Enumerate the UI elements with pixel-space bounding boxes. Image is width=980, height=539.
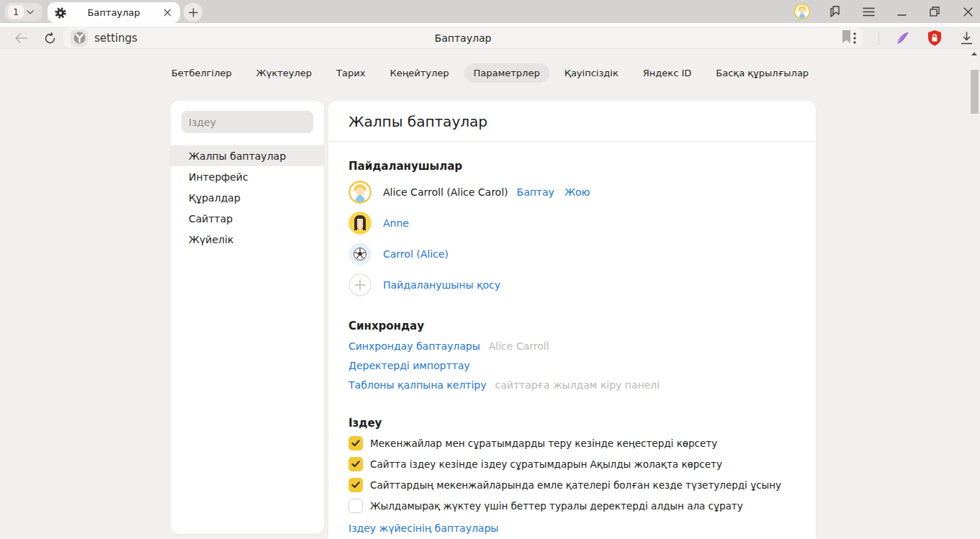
checkbox-label: Сайттардың мекенжайларында емле қателері… (370, 479, 781, 491)
content-header: Жалпы баптаулар (328, 101, 816, 142)
checkbox-label: Мекенжайлар мен сұратымдарды теру кезінд… (370, 438, 717, 449)
tab-count-badge: 1 (8, 5, 24, 19)
sync-settings-link[interactable]: Синхрондау баптаулары (349, 340, 480, 352)
nav-tab-extensions[interactable]: Кеңейтулер (380, 63, 458, 83)
page-title-centered: Баптаулар (63, 32, 863, 44)
downloads-icon[interactable] (958, 30, 974, 46)
import-data-link[interactable]: Деректерді импорттау (349, 360, 470, 371)
checkbox-row-site-search: Сайтта іздеу кезінде іздеу сұратымдарын … (349, 457, 796, 471)
chevron-down-icon (27, 10, 34, 14)
search-engine-settings-link[interactable]: Іздеу жүйесінің баптаулары (349, 522, 498, 534)
page-title: Жалпы баптаулар (349, 113, 796, 130)
user-name: Alice Carroll (Alice Carol) (383, 186, 508, 198)
add-user-plus-icon[interactable] (349, 273, 372, 296)
user-avatar-girl[interactable] (349, 181, 372, 204)
search-section-title: Іздеу (349, 417, 796, 430)
scroll-up-arrow[interactable] (970, 47, 979, 56)
collections-icon[interactable] (827, 4, 843, 19)
add-user-row[interactable]: Пайдаланушыны қосу (349, 273, 796, 296)
nav-tab-other-devices[interactable]: Басқа құрылғылар (706, 63, 818, 83)
sync-account-note: Alice Carroll (489, 340, 549, 352)
tab-close-icon[interactable] (161, 7, 173, 19)
scrollbar-thumb[interactable] (971, 70, 979, 114)
sidebar-item-sites[interactable]: Сайттар (171, 208, 324, 229)
user-row-anne: Anne (349, 212, 796, 235)
user-avatar-soccer-ball[interactable] (349, 243, 372, 266)
user-row-alice: Alice Carroll (Alice Carol) Баптау Жою (349, 181, 796, 204)
tab-group-button[interactable]: 1 (5, 3, 42, 21)
settings-nav: Бетбелгілер Жүктеулер Тарих Кеңейтулер П… (0, 63, 980, 83)
sync-settings-row: Синхрондау баптаулары Alice Carroll (349, 340, 796, 352)
restore-tableau-link[interactable]: Таблоны қалпына келтіру (349, 379, 487, 391)
restore-tableau-row: Таблоны қалпына келтіру сайттарға жылдам… (349, 379, 796, 391)
more-options-icon[interactable] (847, 30, 863, 46)
user-configure-link[interactable]: Баптау (517, 186, 554, 198)
user-row-carrol: Carrol (Alice) (349, 243, 796, 266)
tab-title: Баптаулар (66, 7, 161, 18)
protect-shield-icon[interactable] (927, 30, 943, 46)
settings-content: Жалпы баптаулар Пайдаланушылар Alice Car… (328, 101, 816, 539)
menu-icon[interactable] (860, 4, 876, 19)
sidebar-item-tools[interactable]: Құралдар (171, 187, 324, 208)
checkbox-label: Жылдамырақ жүктеу үшін беттер туралы дер… (370, 500, 743, 512)
gear-icon (55, 7, 66, 19)
nav-tab-bookmarks[interactable]: Бетбелгілер (162, 63, 241, 83)
browser-tab-settings[interactable]: Баптаулар (48, 2, 180, 23)
highlighter-extension-icon[interactable] (895, 30, 911, 46)
sync-section-title: Синхрондау (349, 320, 796, 332)
user-avatar-woman[interactable] (349, 212, 372, 235)
sidebar-item-system[interactable]: Жүйелік (171, 229, 324, 250)
back-button[interactable] (12, 29, 30, 47)
user-name-link[interactable]: Carrol (Alice) (383, 248, 449, 260)
url-bar[interactable]: settings Баптаулар (63, 27, 863, 48)
checkbox-row-prefetch: Жылдамырақ жүктеу үшін беттер туралы дер… (349, 499, 796, 513)
users-section-title: Пайдаланушылар (349, 160, 796, 173)
new-tab-button[interactable] (184, 3, 202, 22)
import-data-row: Деректерді импорттау (349, 360, 796, 371)
nav-tab-yandex-id[interactable]: Яндекс ID (634, 63, 701, 83)
checkbox-checked-icon[interactable] (349, 436, 363, 450)
restore-button[interactable] (927, 4, 943, 19)
tableau-note: сайттарға жылдам кіру панелі (495, 379, 660, 391)
tab-strip: 1 Баптаулар (0, 0, 980, 23)
minimize-button[interactable] (894, 4, 909, 19)
search-input[interactable] (181, 111, 313, 133)
site-badge[interactable] (71, 30, 88, 47)
nav-tab-downloads[interactable]: Жүктеулер (247, 63, 321, 83)
toolbar-divider (878, 32, 879, 45)
sidebar-item-general[interactable]: Жалпы баптаулар (171, 145, 324, 166)
nav-tab-history[interactable]: Тарих (327, 63, 374, 83)
url-text: settings (94, 32, 138, 45)
checkbox-row-spelling: Сайттардың мекенжайларында емле қателері… (349, 478, 796, 492)
sidebar-item-interface[interactable]: Интерфейс (171, 166, 324, 187)
checkbox-checked-icon[interactable] (349, 478, 363, 492)
nav-tab-security[interactable]: Қауіпсіздік (555, 63, 628, 83)
checkbox-unchecked-icon[interactable] (349, 499, 363, 513)
settings-sidebar: Жалпы баптаулар Интерфейс Құралдар Сайтт… (171, 101, 324, 534)
user-name-link[interactable]: Anne (383, 217, 409, 229)
checkbox-row-suggestions: Мекенжайлар мен сұратымдарды теру кезінд… (349, 436, 796, 450)
nav-tab-settings[interactable]: Параметрлер (464, 63, 549, 83)
add-user-label[interactable]: Пайдаланушыны қосу (383, 279, 500, 291)
close-window-button[interactable] (960, 4, 976, 19)
yandex-browser-icon (73, 32, 86, 44)
reload-button[interactable] (40, 29, 59, 47)
user-delete-link[interactable]: Жою (565, 186, 590, 198)
address-bar: settings Баптаулар (0, 27, 980, 49)
plus-icon (189, 8, 198, 17)
checkbox-label: Сайтта іздеу кезінде іздеу сұратымдарын … (370, 458, 722, 470)
profile-avatar[interactable] (794, 4, 810, 19)
checkbox-checked-icon[interactable] (349, 457, 363, 471)
